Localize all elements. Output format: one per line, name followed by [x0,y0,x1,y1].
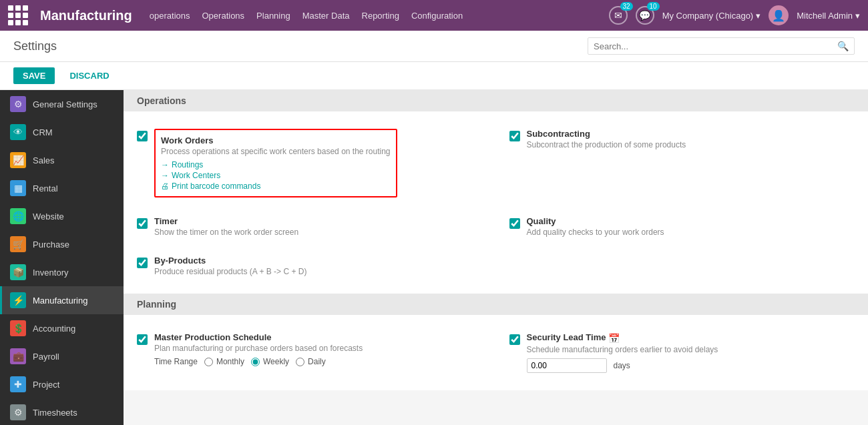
radio-text-daily: Daily [308,357,326,366]
sidebar-item-manufacturing[interactable]: ⚡ Manufacturing [0,286,124,314]
setting-desc-timer: Show the timer on the work order screen [154,228,298,237]
setting-label-timer: Timer [154,216,298,226]
sidebar: ⚙ General Settings 👁 CRM 📈 Sales ▦ Renta… [0,90,124,425]
sidebar-item-crm[interactable]: 👁 CRM [0,118,124,146]
link-icon-work-centers: → [161,171,169,180]
lead-time-input[interactable] [527,358,607,373]
setting-label-quality: Quality [527,216,664,226]
purchase-icon: 🛒 [10,236,26,252]
nav-operations[interactable]: Operations [202,11,245,21]
sidebar-item-project[interactable]: ✚ Project [0,370,124,398]
website-icon: 🌐 [10,208,26,224]
setting-content-timer: Timer Show the timer on the work order s… [154,216,298,237]
search-icon[interactable]: 🔍 [837,41,849,51]
sidebar-item-sales[interactable]: 📈 Sales [0,146,124,174]
link-icon-print-barcode: 🖨 [161,181,169,191]
link-print-barcode[interactable]: 🖨 Print barcode commands [161,181,391,191]
lead-time-row: days [527,358,718,373]
setting-item-subcontracting: Subcontracting Subcontract the productio… [509,125,855,201]
setting-desc-master-production-schedule: Plan manufacturing or purchase orders ba… [154,344,363,353]
messages-count: 32 [620,2,633,11]
setting-item-master-production-schedule: Master Production Schedule Plan manufact… [137,328,483,377]
sidebar-label-accounting: Accounting [33,324,75,334]
setting-desc-subcontracting: Subcontract the production of some produ… [527,140,686,149]
sidebar-item-website[interactable]: 🌐 Website [0,202,124,230]
work-orders-highlight-box: Work Orders Process operations at specif… [154,129,397,197]
section-header-operations: Operations [124,90,868,111]
radio-daily[interactable]: Daily [296,357,326,366]
timesheets-icon: ⚙ [10,404,26,420]
setting-content-work-orders: Work Orders Process operations at specif… [154,129,397,197]
page-title: Settings [13,39,580,53]
setting-item-quality: Quality Add quality checks to your work … [509,212,855,241]
radio-input-weekly[interactable] [251,358,260,366]
sidebar-item-inventory[interactable]: 📦 Inventory [0,258,124,286]
setting-label-master-production-schedule: Master Production Schedule [154,332,363,342]
nav-right: ✉ 32 💬 10 My Company (Chicago) ▾ 👤 Mitch… [609,5,860,25]
radio-input-monthly[interactable] [204,358,213,366]
sidebar-label-project: Project [33,380,59,390]
nav-configuration[interactable]: Configuration [411,11,463,21]
user-avatar[interactable]: 👤 [769,5,789,25]
link-routings[interactable]: → Routings [161,160,391,169]
time-range-label: Time Range [154,357,198,366]
payroll-icon: 💼 [10,348,26,364]
nav-overview[interactable]: operations [150,11,190,21]
project-icon: ✚ [10,376,26,392]
checkbox-quality[interactable] [509,218,520,229]
accounting-icon: 💲 [10,320,26,336]
nav-planning[interactable]: Planning [256,11,290,21]
radio-monthly[interactable]: Monthly [204,357,244,366]
time-range-row: Time Range Monthly Weekly [154,357,363,366]
setting-label-subcontracting: Subcontracting [527,129,686,139]
discard-button[interactable]: DISCARD [60,67,118,84]
user-name-label[interactable]: Mitchell Admin ▾ [797,11,860,21]
link-work-centers[interactable]: → Work Centers [161,171,391,180]
sales-icon: 📈 [10,152,26,168]
save-button[interactable]: SAVE [13,67,55,84]
main-layout: ⚙ General Settings 👁 CRM 📈 Sales ▦ Renta… [0,90,868,425]
sidebar-item-rental[interactable]: ▦ Rental [0,174,124,202]
setting-content-security-lead-time: Security Lead Time📅 Schedule manufacturi… [527,332,718,373]
nav-reporting[interactable]: Reporting [362,11,399,21]
checkbox-timer[interactable] [137,218,148,229]
sidebar-label-payroll: Payroll [33,352,59,362]
sidebar-item-general-settings[interactable]: ⚙ General Settings [0,90,124,118]
checkbox-master-production-schedule[interactable] [137,334,148,345]
radio-text-monthly: Monthly [216,357,244,366]
nav-links: operations Operations Planning Master Da… [150,11,597,21]
setting-label-security-lead-time: Security Lead Time📅 [527,332,718,344]
sidebar-label-purchase: Purchase [33,240,69,250]
setting-label-work-orders: Work Orders [161,135,391,145]
days-label: days [614,361,630,370]
checkbox-work-orders[interactable] [137,131,148,141]
chat-badge[interactable]: 💬 10 [636,6,654,25]
setting-content-quality: Quality Add quality checks to your work … [527,216,664,237]
apps-grid-icon[interactable] [8,5,28,25]
section-body-operations: Work Orders Process operations at specif… [124,111,868,294]
nav-master-data[interactable]: Master Data [302,11,350,21]
search-input[interactable] [594,41,837,51]
messages-badge[interactable]: ✉ 32 [609,6,628,25]
sidebar-label-timesheets: Timesheets [33,408,77,418]
sidebar-label-website: Website [33,211,64,222]
sidebar-item-timesheets[interactable]: ⚙ Timesheets [0,398,124,425]
content-area: Operations Work Orders Process operation… [124,90,868,425]
sidebar-label-manufacturing: Manufacturing [33,296,87,306]
radio-weekly[interactable]: Weekly [251,357,289,366]
top-nav: Manufacturing operations Operations Plan… [0,0,868,31]
section-body-planning: Master Production Schedule Plan manufact… [124,315,868,390]
user-dropdown-icon: ▾ [855,11,860,21]
setting-content-by-products: By-Products Produce residual products (A… [154,256,306,276]
checkbox-by-products[interactable] [137,258,148,268]
sidebar-item-purchase[interactable]: 🛒 Purchase [0,230,124,258]
checkbox-security-lead-time[interactable] [509,334,520,345]
company-selector[interactable]: My Company (Chicago) ▾ [662,11,761,21]
sidebar-item-payroll[interactable]: 💼 Payroll [0,342,124,370]
general-settings-icon: ⚙ [10,96,26,112]
section-operations: Operations Work Orders Process operation… [124,90,868,294]
checkbox-subcontracting[interactable] [509,131,520,141]
radio-input-daily[interactable] [296,358,304,366]
sidebar-item-accounting[interactable]: 💲 Accounting [0,314,124,342]
manufacturing-icon: ⚡ [10,292,26,308]
